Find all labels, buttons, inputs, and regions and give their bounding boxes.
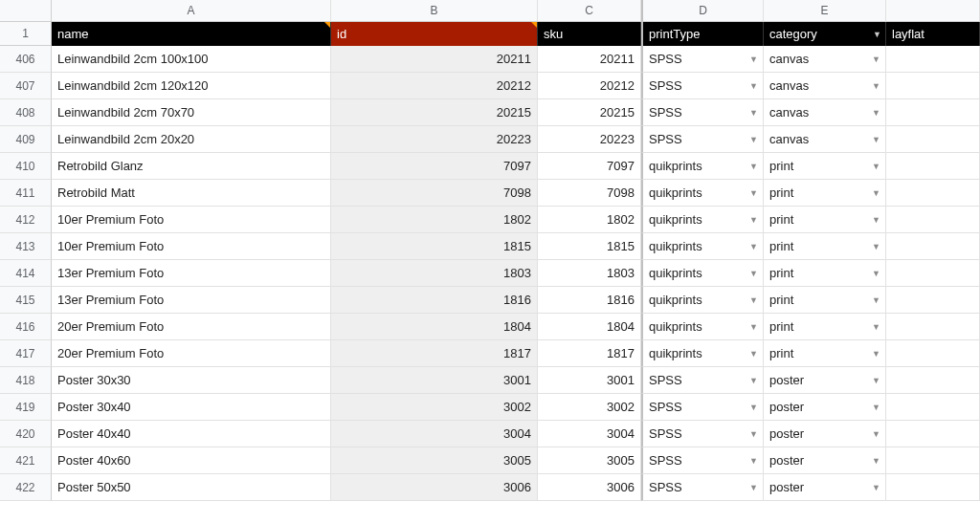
header-layflat[interactable]: layflat <box>886 22 980 46</box>
dropdown-icon[interactable]: ▼ <box>872 73 880 99</box>
cell-layflat[interactable] <box>886 287 980 314</box>
cell-category[interactable]: canvas▼ <box>764 126 886 153</box>
row-header[interactable]: 414 <box>0 260 52 287</box>
cell-name[interactable]: 10er Premium Foto <box>52 233 331 260</box>
cell-name[interactable]: 13er Premium Foto <box>52 260 331 287</box>
dropdown-icon[interactable]: ▼ <box>872 421 880 447</box>
cell-category[interactable]: canvas▼ <box>764 46 886 73</box>
cell-layflat[interactable] <box>886 233 980 260</box>
cell-printtype[interactable]: SPSS▼ <box>641 99 764 126</box>
cell-name[interactable]: Leinwandbild 2cm 70x70 <box>52 99 331 126</box>
cell-id[interactable]: 3005 <box>331 447 538 474</box>
cell-printtype[interactable]: SPSS▼ <box>641 394 764 421</box>
cell-sku[interactable]: 3005 <box>538 447 641 474</box>
row-header[interactable]: 419 <box>0 394 52 421</box>
cell-printtype[interactable]: SPSS▼ <box>641 421 764 447</box>
cell-printtype[interactable]: SPSS▼ <box>641 367 764 394</box>
cell-id[interactable]: 3006 <box>331 474 538 501</box>
dropdown-icon[interactable]: ▼ <box>872 233 880 260</box>
row-header[interactable]: 411 <box>0 180 52 207</box>
cell-printtype[interactable]: SPSS▼ <box>641 447 764 474</box>
header-name[interactable]: name <box>52 22 331 46</box>
dropdown-icon[interactable]: ▼ <box>749 287 758 314</box>
dropdown-icon[interactable]: ▼ <box>749 340 758 367</box>
cell-name[interactable]: Leinwandbild 2cm 100x100 <box>52 46 331 73</box>
dropdown-icon[interactable]: ▼ <box>749 474 758 501</box>
cell-printtype[interactable]: quikprints▼ <box>641 340 764 367</box>
cell-sku[interactable]: 7098 <box>538 180 641 207</box>
cell-name[interactable]: Poster 40x40 <box>52 421 331 447</box>
cell-printtype[interactable]: quikprints▼ <box>641 153 764 180</box>
cell-name[interactable]: Leinwandbild 2cm 120x120 <box>52 73 331 99</box>
cell-layflat[interactable] <box>886 394 980 421</box>
cell-id[interactable]: 1803 <box>331 260 538 287</box>
cell-sku[interactable]: 1815 <box>538 233 641 260</box>
cell-category[interactable]: print▼ <box>764 207 886 233</box>
dropdown-icon[interactable]: ▼ <box>749 73 758 99</box>
row-header[interactable]: 409 <box>0 126 52 153</box>
cell-sku[interactable]: 20215 <box>538 99 641 126</box>
cell-id[interactable]: 3001 <box>331 367 538 394</box>
cell-id[interactable]: 20211 <box>331 46 538 73</box>
cell-category[interactable]: print▼ <box>764 340 886 367</box>
dropdown-icon[interactable]: ▼ <box>872 207 880 233</box>
cell-layflat[interactable] <box>886 153 980 180</box>
dropdown-icon[interactable]: ▼ <box>872 287 880 314</box>
cell-id[interactable]: 3004 <box>331 421 538 447</box>
cell-layflat[interactable] <box>886 340 980 367</box>
column-header-B[interactable]: B <box>331 0 538 22</box>
cell-layflat[interactable] <box>886 260 980 287</box>
row-header[interactable]: 408 <box>0 99 52 126</box>
dropdown-icon[interactable]: ▼ <box>872 46 880 73</box>
cell-printtype[interactable]: quikprints▼ <box>641 260 764 287</box>
row-header[interactable]: 410 <box>0 153 52 180</box>
cell-sku[interactable]: 3002 <box>538 394 641 421</box>
cell-printtype[interactable]: SPSS▼ <box>641 73 764 99</box>
cell-id[interactable]: 3002 <box>331 394 538 421</box>
cell-id[interactable]: 1802 <box>331 207 538 233</box>
cell-sku[interactable]: 20211 <box>538 46 641 73</box>
cell-layflat[interactable] <box>886 180 980 207</box>
cell-layflat[interactable] <box>886 314 980 340</box>
cell-category[interactable]: print▼ <box>764 233 886 260</box>
row-header[interactable]: 420 <box>0 421 52 447</box>
filter-icon[interactable]: ▼ <box>873 22 881 46</box>
cell-id[interactable]: 20223 <box>331 126 538 153</box>
dropdown-icon[interactable]: ▼ <box>872 447 880 474</box>
cell-printtype[interactable]: SPSS▼ <box>641 474 764 501</box>
cell-sku[interactable]: 3001 <box>538 367 641 394</box>
cell-category[interactable]: poster▼ <box>764 421 886 447</box>
cell-printtype[interactable]: SPSS▼ <box>641 126 764 153</box>
cell-category[interactable]: print▼ <box>764 287 886 314</box>
row-header[interactable]: 406 <box>0 46 52 73</box>
cell-sku[interactable]: 3006 <box>538 474 641 501</box>
cell-sku[interactable]: 1817 <box>538 340 641 367</box>
cell-name[interactable]: 20er Premium Foto <box>52 314 331 340</box>
cell-category[interactable]: print▼ <box>764 180 886 207</box>
dropdown-icon[interactable]: ▼ <box>872 340 880 367</box>
dropdown-icon[interactable]: ▼ <box>872 99 880 126</box>
cell-category[interactable]: print▼ <box>764 314 886 340</box>
dropdown-icon[interactable]: ▼ <box>749 180 758 207</box>
row-header[interactable]: 421 <box>0 447 52 474</box>
row-header-1[interactable]: 1 <box>0 22 52 46</box>
column-header-A[interactable]: A <box>52 0 331 22</box>
column-header-D[interactable]: D <box>641 0 764 22</box>
cell-layflat[interactable] <box>886 474 980 501</box>
row-header[interactable]: 415 <box>0 287 52 314</box>
row-header[interactable]: 413 <box>0 233 52 260</box>
cell-name[interactable]: Poster 50x50 <box>52 474 331 501</box>
dropdown-icon[interactable]: ▼ <box>749 421 758 447</box>
cell-id[interactable]: 1804 <box>331 314 538 340</box>
dropdown-icon[interactable]: ▼ <box>872 180 880 207</box>
dropdown-icon[interactable]: ▼ <box>749 260 758 287</box>
row-header[interactable]: 416 <box>0 314 52 340</box>
cell-id[interactable]: 20212 <box>331 73 538 99</box>
cell-id[interactable]: 7098 <box>331 180 538 207</box>
cell-name[interactable]: Poster 30x30 <box>52 367 331 394</box>
row-header[interactable]: 418 <box>0 367 52 394</box>
cell-name[interactable]: 10er Premium Foto <box>52 207 331 233</box>
cell-printtype[interactable]: quikprints▼ <box>641 233 764 260</box>
cell-category[interactable]: poster▼ <box>764 474 886 501</box>
cell-layflat[interactable] <box>886 367 980 394</box>
